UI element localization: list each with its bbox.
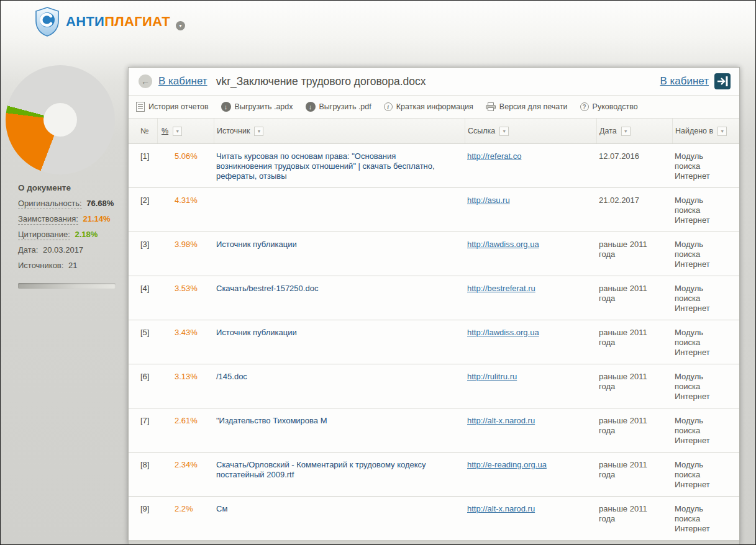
row-found-in: Модуль поиска Интернет [672,453,739,496]
help-icon [580,102,589,111]
toolbar-report-history[interactable]: История отчетов [136,102,209,112]
table-header-date[interactable]: Дата [596,119,672,143]
row-number: [4] [129,276,157,320]
toolbar-label: Краткая информация [396,102,473,111]
toolbar-label: Руководство [593,102,638,111]
column-label[interactable]: Найдено в [675,127,713,135]
stat-label-originality[interactable]: Оригинальность: [18,199,82,209]
sort-caret-icon[interactable] [173,127,182,136]
toolbar-brief-info[interactable]: Краткая информация [384,102,473,111]
cabinet-exit-link[interactable]: В кабинет [660,75,709,88]
row-source: Читать курсовая по основам права: "Основ… [214,144,465,187]
row-source-link[interactable]: http://lawdiss.org.ua [467,240,539,249]
table-header-source[interactable]: Источник [214,119,465,143]
row-found-in: Модуль поиска Интернет [672,232,739,276]
row-found-in: Модуль поиска Интернет [672,364,739,408]
row-number: [5] [129,320,157,364]
toolbar-label: История отчетов [148,102,209,111]
toolbar-export-apdx[interactable]: Выгрузить .apdx [221,102,293,112]
row-link-cell: http://alt-x.narod.ru [465,497,596,540]
row-found-in: Модуль поиска Интернет [672,497,739,540]
row-date: раньше 2011 года [596,320,672,364]
row-percent: 2.61% [157,408,214,452]
column-label: № [140,127,148,135]
stat-label-citations[interactable]: Цитирование: [18,230,70,240]
row-date: раньше 2011 года [596,497,672,540]
stat-label-sources-count: Источников: [18,261,63,270]
stat-sources-count: Источников: 21 [18,261,114,270]
row-date: раньше 2011 года [596,408,672,452]
stat-value-originality: 76.68% [86,199,114,208]
stat-value-citations: 2.18% [75,230,98,239]
toolbar-guide[interactable]: Руководство [580,102,638,111]
column-label[interactable]: Ссылка [468,127,495,135]
table-header-found-in[interactable]: Найдено в [672,119,739,143]
sort-caret-icon[interactable] [621,127,631,136]
row-link-cell: http://asu.ru [465,188,596,232]
sort-caret-icon[interactable] [717,127,727,136]
row-found-in: Модуль поиска Интернет [672,188,739,232]
toolbar-export-pdf[interactable]: Выгрузить .pdf [306,102,371,112]
row-source-link[interactable]: http://rulitru.ru [467,372,517,381]
column-label[interactable]: Дата [599,127,617,135]
table-header-number: № [129,119,157,143]
row-found-in: Модуль поиска Интернет [672,276,739,320]
toolbar-print-version[interactable]: Версия для печати [486,102,568,111]
table-row: [5] 3.43% Источник публикации http://law… [129,320,739,364]
row-source: Скачать/Орловский - Комментарий к трудов… [214,453,465,496]
table-row: [7] 2.61% "Издательство Тихомирова М htt… [129,408,739,453]
row-date: раньше 2011 года [596,276,672,320]
report-panel: В кабинет vkr_Заключение трудового догов… [128,67,740,544]
brand-shield-icon [34,7,60,37]
row-source-link[interactable]: http://asu.ru [467,196,510,205]
row-link-cell: http://e-reading.org.ua [465,453,596,496]
table-row: [3] 3.98% Источник публикации http://law… [129,232,739,276]
cabinet-back-link[interactable]: В кабинет [158,75,207,88]
row-found-in: Модуль поиска Интернет [672,144,739,187]
stat-value-sources-count: 21 [68,261,77,270]
row-source-link[interactable]: http://alt-x.narod.ru [467,504,535,513]
stat-label-date: Дата: [18,245,38,254]
toolbar-label: Версия для печати [499,102,568,111]
row-source: "Издательство Тихомирова М [214,408,465,452]
row-date: 12.07.2016 [596,144,672,187]
row-number: [3] [129,232,157,276]
row-link-cell: http://lawdiss.org.ua [465,232,596,276]
stat-citations: Цитирование: 2.18% [18,230,114,239]
exit-to-cabinet-icon[interactable] [714,73,731,89]
table-header-percent[interactable]: % [157,119,214,143]
row-percent: 3.13% [157,364,214,408]
sort-caret-icon[interactable] [499,127,509,136]
table-row: [4] 3.53% Скачать/bestref-157250.doc htt… [129,276,739,320]
row-link-cell: http://rulitru.ru [465,364,596,408]
table-row: [1] 5.06% Читать курсовая по основам пра… [129,144,739,188]
brand-menu-caret-icon[interactable] [176,21,185,30]
report-toolbar: История отчетов Выгрузить .apdx Выгрузит… [129,96,739,119]
column-label[interactable]: Источник [217,127,250,135]
report-header: В кабинет vkr_Заключение трудового догов… [129,68,739,96]
brand-logo: АНТИПЛАГИАТ [34,7,185,37]
stat-value-date: 20.03.2017 [43,245,83,254]
row-source-link[interactable]: http://bestreferat.ru [467,284,535,293]
row-date: 21.02.2017 [596,188,672,232]
stat-label-borrowings[interactable]: Заимствования: [18,214,78,225]
row-source-link[interactable]: http://e-reading.org.ua [467,460,547,469]
stat-value-borrowings: 21.14% [83,214,110,223]
table-bottom-edge [129,541,739,544]
stat-originality: Оригинальность: 76.68% [18,199,114,208]
row-date: раньше 2011 года [596,453,672,496]
table-header-link[interactable]: Ссылка [465,119,596,143]
row-date: раньше 2011 года [596,364,672,408]
brand-name-primary: АНТИ [66,14,104,29]
row-source-link[interactable]: http://alt-x.narod.ru [467,416,535,425]
row-percent: 2.2% [157,497,214,540]
back-arrow-icon[interactable] [139,74,152,88]
row-source-link[interactable]: http://lawdiss.org.ua [467,328,539,337]
sort-caret-icon[interactable] [254,127,263,136]
info-icon [384,102,393,111]
table-row: [2] 4.31% http://asu.ru 21.02.2017 Модул… [129,188,739,232]
row-link-cell: http://bestreferat.ru [465,276,596,320]
row-percent: 3.43% [157,320,214,364]
column-label[interactable]: % [162,127,168,135]
row-source-link[interactable]: http://referat.co [467,151,521,161]
